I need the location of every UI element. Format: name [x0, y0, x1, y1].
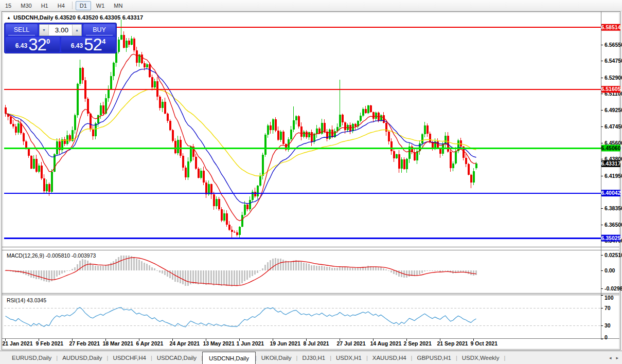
chart-tab-xauusd-h4[interactable]: XAUUSD,H4 — [368, 351, 411, 364]
collapse-arrow-icon[interactable]: ▲ — [7, 15, 11, 20]
svg-text:6.52900: 6.52900 — [605, 75, 622, 81]
chart-tab-gbpusd-h1[interactable]: GBPUSD,H1 — [412, 351, 455, 364]
chart-tab-usdcnh-daily[interactable]: USDCNH,Daily — [202, 352, 256, 364]
timeframe-button-mn[interactable]: MN — [110, 1, 127, 10]
one-click-trade-panel: SELL ▼ 3.00 ▲ BUY 6.43320 6.43524 — [4, 23, 117, 53]
svg-text:21 Sep 2021: 21 Sep 2021 — [437, 340, 468, 347]
svg-text:6.49250: 6.49250 — [605, 107, 622, 113]
chart-tab-usdchf-h4[interactable]: USDCHF,H4 — [108, 351, 151, 364]
sell-price-big: 32 — [28, 37, 46, 52]
svg-text:6.38350: 6.38350 — [605, 205, 622, 211]
svg-text:27 Jul 2021: 27 Jul 2021 — [337, 340, 366, 347]
chart-tab-usdcad-daily[interactable]: USDCAD,Daily — [152, 351, 201, 364]
svg-text:6.35025: 6.35025 — [601, 235, 621, 241]
svg-text:6 Apr 2021: 6 Apr 2021 — [136, 340, 164, 347]
buy-price-big: 52 — [84, 37, 102, 52]
tab-scroll-right-icon[interactable]: ▸ — [616, 355, 618, 360]
svg-text:30: 30 — [605, 322, 611, 329]
svg-text:6.58514: 6.58514 — [601, 24, 621, 30]
svg-text:6.51605: 6.51605 — [601, 86, 621, 92]
svg-text:6.54750: 6.54750 — [605, 58, 622, 64]
svg-text:70: 70 — [605, 305, 611, 311]
timeframe-toolbar: 15M30H1H4D1W1MN — [0, 0, 622, 11]
chart-title-text: USDCNH,Daily 6.43520 6.43520 6.43305 6.4… — [13, 14, 143, 21]
sell-button[interactable]: SELL — [6, 24, 38, 36]
sell-price-small: 6.43 — [15, 42, 27, 49]
chart-tab-usdx-weekly[interactable]: USDX,Weekly — [457, 351, 504, 364]
timeframe-button-15[interactable]: 15 — [1, 1, 15, 10]
svg-text:13 May 2021: 13 May 2021 — [203, 340, 235, 347]
macd-label: MACD(12,26,9) -0.005810 -0.003973 — [7, 252, 96, 259]
buy-price-sup: 4 — [102, 38, 105, 45]
svg-text:0: 0 — [605, 334, 608, 340]
rsi-label: RSI(14) 43.0345 — [7, 297, 46, 303]
volume-spinner: ▼ 3.00 ▲ — [39, 24, 82, 36]
svg-text:100: 100 — [605, 295, 614, 301]
chart-tab-audusd-daily[interactable]: AUDUSD,Daily — [58, 351, 106, 364]
buy-price-display[interactable]: 6.43524 — [61, 37, 115, 52]
chart-tab-eurusd-daily[interactable]: EURUSD,Daily — [7, 351, 56, 364]
chart-canvas[interactable]: 6.565506.547506.529006.511006.492506.474… — [0, 0, 622, 364]
svg-text:0.025108: 0.025108 — [605, 252, 622, 258]
svg-text:2 Sep 2021: 2 Sep 2021 — [404, 340, 432, 347]
timeframe-button-h1[interactable]: H1 — [37, 1, 52, 10]
volume-increase-button[interactable]: ▲ — [72, 25, 81, 35]
svg-text:6.47450: 6.47450 — [605, 123, 622, 130]
svg-text:1 Jun 2021: 1 Jun 2021 — [237, 340, 264, 347]
timeframe-button-w1[interactable]: W1 — [92, 1, 109, 10]
sell-price-display[interactable]: 6.43320 — [6, 37, 60, 52]
svg-text:9 Feb 2021: 9 Feb 2021 — [36, 340, 64, 347]
chart-tabbar: EURUSD,Daily|AUDUSD,Daily|USDCHF,H4|USDC… — [0, 351, 622, 364]
tab-separator: | — [504, 355, 505, 361]
tab-scroll-left-icon[interactable]: ◂ — [609, 355, 612, 360]
svg-text:6.41950: 6.41950 — [605, 173, 622, 179]
chart-tab-dj30-h1[interactable]: DJ30,H1 — [297, 351, 330, 364]
svg-text:6.43317: 6.43317 — [601, 160, 621, 167]
svg-text:9 Oct 2021: 9 Oct 2021 — [471, 340, 498, 347]
sell-price-sup: 0 — [46, 38, 50, 45]
svg-text:24 Apr 2021: 24 Apr 2021 — [170, 340, 200, 347]
svg-text:0.00: 0.00 — [605, 267, 615, 274]
chart-tab-usdx-h1[interactable]: USDX,H1 — [331, 351, 366, 364]
svg-text:19 Jun 2021: 19 Jun 2021 — [270, 340, 301, 347]
chart-title: ▲USDCNH,Daily 6.43520 6.43520 6.43305 6.… — [7, 14, 143, 21]
timeframe-button-m30[interactable]: M30 — [16, 1, 35, 10]
svg-text:6.36500: 6.36500 — [605, 222, 622, 228]
toolbar-separator — [72, 2, 73, 9]
svg-text:6.56550: 6.56550 — [605, 42, 622, 48]
timeframe-button-h4[interactable]: H4 — [54, 1, 69, 10]
svg-text:14 Aug 2021: 14 Aug 2021 — [370, 340, 402, 347]
svg-text:27 Feb 2021: 27 Feb 2021 — [69, 340, 100, 347]
svg-text:6.40042: 6.40042 — [601, 190, 621, 196]
svg-text:6.45060: 6.45060 — [601, 145, 621, 151]
buy-button[interactable]: BUY — [83, 24, 115, 36]
svg-text:18 Mar 2021: 18 Mar 2021 — [103, 340, 134, 347]
svg-text:8 Jul 2021: 8 Jul 2021 — [304, 340, 329, 347]
svg-text:-0.02988: -0.02988 — [605, 285, 622, 292]
timeframe-button-d1[interactable]: D1 — [76, 1, 91, 10]
buy-price-small: 6.43 — [71, 42, 83, 49]
svg-text:21 Jan 2021: 21 Jan 2021 — [3, 340, 33, 347]
volume-decrease-button[interactable]: ▼ — [40, 25, 49, 35]
chart-tab-ukoil-daily[interactable]: UKOil,Daily — [257, 351, 296, 364]
volume-input[interactable]: 3.00 — [49, 25, 72, 35]
